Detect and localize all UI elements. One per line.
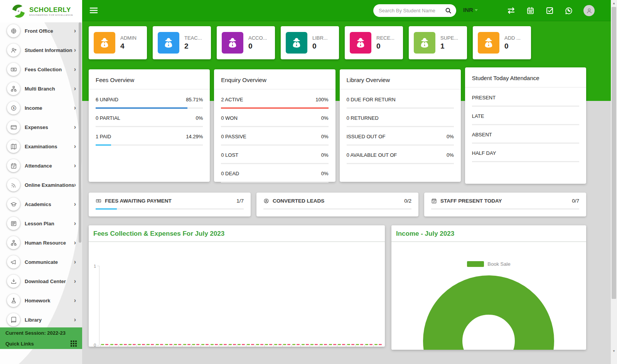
logo-area[interactable]: SCHOLERLY ENGINEERING FOR EXCELLENCE bbox=[0, 0, 82, 22]
calendar-icon[interactable] bbox=[526, 6, 535, 15]
stat-card-rece[interactable]: RECE...0 bbox=[345, 26, 403, 59]
sidebar-item-library[interactable]: Library› bbox=[0, 310, 82, 329]
fees-collection-bar bbox=[128, 344, 131, 345]
task-check-icon[interactable] bbox=[545, 6, 554, 15]
search-input[interactable] bbox=[379, 8, 444, 13]
chevron-right-icon: › bbox=[74, 220, 76, 227]
hamburger-icon[interactable] bbox=[89, 6, 99, 16]
chevron-right-icon: › bbox=[74, 66, 76, 73]
currency-selector[interactable]: INR bbox=[463, 7, 478, 13]
overview-row-label: 1 PAID bbox=[96, 134, 111, 139]
legend-label: Book Sale bbox=[487, 261, 510, 267]
sidebar-item-download-center[interactable]: Download Center› bbox=[0, 272, 82, 291]
fees-collection-bar bbox=[183, 344, 186, 345]
scholerly-logo-icon bbox=[11, 3, 26, 19]
stat-card-supe[interactable]: SUPE...1 bbox=[409, 26, 467, 59]
expenses-icon bbox=[7, 121, 20, 134]
info-card-converted-leads[interactable]: CONVERTED LEADS0/2 bbox=[256, 193, 418, 216]
sidebar-scrollbar-thumb[interactable] bbox=[79, 22, 81, 243]
student-information-icon bbox=[7, 44, 20, 57]
info-card-staff-present-today[interactable]: STAFF PRESENT TODAY0/7 bbox=[424, 193, 586, 216]
overview-row-progress-track bbox=[472, 124, 579, 125]
sidebar-item-student-information[interactable]: Student Information› bbox=[0, 40, 82, 60]
overview-row-line: ABSENT bbox=[472, 132, 579, 138]
expenses-bar bbox=[260, 344, 263, 345]
sidebar-item-expenses[interactable]: Expenses› bbox=[0, 117, 82, 137]
zero-value-bars bbox=[320, 344, 327, 345]
day-21: 21 bbox=[282, 344, 292, 347]
day-06: 06 bbox=[146, 344, 155, 347]
chevron-right-icon: › bbox=[74, 297, 76, 304]
fees-collection-bar bbox=[247, 344, 250, 345]
expenses-bar bbox=[196, 344, 199, 345]
day-13: 13 bbox=[209, 344, 219, 347]
libr-user-icon bbox=[286, 32, 307, 54]
search-icon[interactable] bbox=[444, 7, 452, 15]
quick-links-row[interactable]: Quick Links bbox=[0, 338, 82, 349]
sidebar-item-label: Lesson Plan bbox=[25, 221, 54, 226]
sidebar-item-examinations[interactable]: Examinations› bbox=[0, 137, 82, 156]
stat-card-add[interactable]: ADD ...0 bbox=[473, 26, 531, 59]
fees-collection-bar bbox=[120, 344, 123, 345]
zero-value-bars bbox=[302, 344, 309, 345]
money-icon bbox=[96, 198, 101, 204]
overview-card-library-overview: Library Overview0 DUE FOR RETURN0 RETURN… bbox=[340, 69, 461, 182]
income-chart-legend[interactable]: Book Sale bbox=[391, 261, 586, 267]
overview-row-progress-fill bbox=[96, 144, 111, 146]
fees-expenses-chart-card: Fees Collection & Expenses For July 2023… bbox=[89, 225, 385, 347]
stat-card-libr[interactable]: LIBR...0 bbox=[281, 26, 339, 59]
expenses-bar bbox=[124, 344, 127, 345]
current-session-label: Current Session: 2022-23 bbox=[5, 330, 66, 336]
avatar[interactable] bbox=[583, 5, 595, 16]
sidebar-item-label: Online Examinations bbox=[25, 182, 74, 188]
sidebar-item-income[interactable]: $Income› bbox=[0, 98, 82, 117]
sidebar-item-front-office[interactable]: Front Office› bbox=[0, 21, 82, 40]
expenses-bar bbox=[187, 344, 190, 345]
day-29: 29 bbox=[355, 344, 364, 347]
whatsapp-icon[interactable] bbox=[564, 6, 573, 15]
stat-card-acco[interactable]: ACCO...0 bbox=[217, 26, 275, 59]
swap-icon[interactable] bbox=[506, 6, 516, 15]
stat-card-value: 2 bbox=[184, 42, 202, 50]
fees-collection-icon bbox=[7, 63, 20, 76]
page-scrollbar: ▲ ▼ bbox=[611, 0, 617, 364]
scroll-up-icon[interactable]: ▲ bbox=[611, 0, 617, 6]
overview-row-line: LATE bbox=[472, 113, 579, 119]
zero-value-bars bbox=[356, 344, 363, 345]
sidebar-item-academics[interactable]: Academics› bbox=[0, 195, 82, 214]
zero-value-bars bbox=[201, 344, 209, 345]
stat-card-text: RECE...0 bbox=[376, 35, 394, 50]
add-user-icon bbox=[478, 32, 499, 54]
quick-links-label: Quick Links bbox=[5, 341, 34, 347]
sidebar-item-attendance[interactable]: Attendance› bbox=[0, 156, 82, 175]
overview-row: 0 DUE FOR RETURN bbox=[347, 97, 454, 109]
stat-card-text: LIBR...0 bbox=[312, 35, 328, 50]
expenses-bar bbox=[242, 344, 245, 345]
fees-collection-bar bbox=[165, 344, 168, 345]
lesson-plan-icon bbox=[7, 217, 20, 230]
zero-value-bars bbox=[174, 344, 181, 345]
zero-value-bars bbox=[110, 344, 118, 345]
topbar: INR bbox=[82, 0, 611, 21]
sidebar-item-human-resource[interactable]: Human Resource› bbox=[0, 233, 82, 252]
overview-row-label: 0 WON bbox=[221, 115, 238, 121]
expenses-bar bbox=[269, 344, 272, 345]
sidebar-footer: Current Session: 2022-23 Quick Links bbox=[0, 327, 82, 349]
sidebar-item-lesson-plan[interactable]: Lesson Plan› bbox=[0, 214, 82, 233]
page-scrollbar-thumb[interactable] bbox=[612, 7, 616, 299]
overview-row-label: LATE bbox=[472, 113, 484, 119]
overview-row-line: 0 WON0% bbox=[221, 115, 328, 121]
scroll-down-icon[interactable]: ▼ bbox=[611, 348, 617, 354]
overview-row-progress-track bbox=[221, 181, 328, 183]
info-card-value: 0/7 bbox=[572, 198, 579, 204]
zero-value-bars bbox=[219, 344, 227, 345]
sidebar-item-online-examinations[interactable]: Online Examinations› bbox=[0, 175, 82, 195]
sidebar-item-homework[interactable]: Homework› bbox=[0, 291, 82, 310]
overview-row: 0 RETURNED bbox=[347, 115, 454, 127]
stat-card-admin[interactable]: ADMIN4 bbox=[89, 26, 147, 59]
sidebar-item-multi-branch[interactable]: Multi Branch› bbox=[0, 79, 82, 98]
sidebar-item-communicate[interactable]: Communicate› bbox=[0, 252, 82, 272]
sidebar-item-fees-collection[interactable]: Fees Collection› bbox=[0, 60, 82, 79]
info-card-fees-awaiting-payment[interactable]: FEES AWAITING PAYMENT1/7 bbox=[89, 193, 251, 216]
stat-card-teac[interactable]: TEAC...2 bbox=[153, 26, 211, 59]
